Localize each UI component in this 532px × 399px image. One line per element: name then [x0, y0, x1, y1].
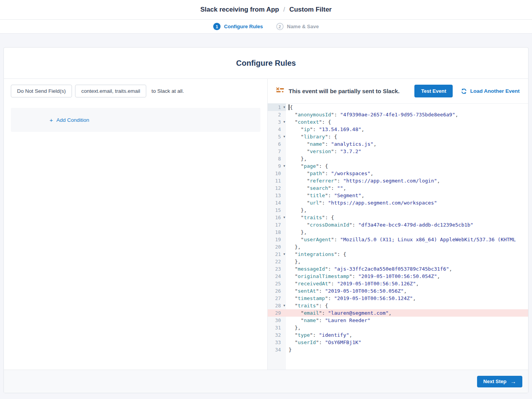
fold-arrow-icon[interactable]: ▾ — [283, 162, 285, 170]
code-text: "referrer": "https://app.segment.com/log… — [286, 177, 528, 184]
line-number[interactable]: 29 — [268, 309, 286, 317]
line-number[interactable]: 33 — [268, 339, 286, 346]
line-number[interactable]: 12 — [268, 184, 286, 192]
event-info-bar: This event will be partially sent to Sla… — [268, 79, 528, 104]
code-text: "ip": "13.54.169.48", — [286, 126, 528, 133]
rule-type-button[interactable]: Do Not Send Field(s) — [11, 85, 72, 97]
line-number[interactable]: 32 — [268, 331, 286, 339]
code-line: 10 "path": "/workspaces", — [268, 170, 528, 177]
plus-icon: + — [50, 117, 53, 123]
code-text: }, — [286, 258, 528, 265]
code-text: "traits": { — [286, 214, 528, 221]
code-text: "receivedAt": "2019-05-10T00:56:50.126Z"… — [286, 280, 528, 287]
code-text: }, — [286, 243, 528, 251]
line-number[interactable]: 4 — [268, 126, 286, 133]
code-line: 33 "userId": "OsY6MFBj1K" — [268, 339, 528, 346]
step-name-save[interactable]: 2 Name & Save — [276, 23, 319, 30]
code-line: 2 "anonymousId": "4f9390ae-2657-4fe1-9d9… — [268, 111, 528, 118]
line-number[interactable]: 23 — [268, 265, 286, 273]
line-number[interactable]: 8 — [268, 155, 286, 162]
add-condition-button[interactable]: + Add Condition — [50, 117, 89, 123]
fold-arrow-icon[interactable]: ▾ — [283, 302, 285, 309]
fold-arrow-icon[interactable]: ▾ — [283, 251, 285, 258]
partial-send-icon — [276, 87, 284, 95]
event-status-message: This event will be partially sent to Sla… — [289, 88, 400, 94]
line-number[interactable]: 19 — [268, 236, 286, 243]
rule-suffix-text: to Slack at all. — [151, 88, 184, 94]
code-text: "page": { — [286, 162, 528, 170]
code-line: 24 "originalTimestamp": "2019-05-10T00:5… — [268, 273, 528, 280]
rule-fields-button[interactable]: context.email, traits.email — [75, 85, 146, 97]
load-another-event-label: Load Another Event — [470, 88, 520, 94]
code-line: 32 "type": "identify", — [268, 331, 528, 339]
breadcrumb-current: Custom Filter — [289, 6, 332, 14]
code-text: "sentAt": "2019-05-10T00:56:50.056Z", — [286, 287, 528, 295]
breadcrumb-bar: Slack receiving from App / Custom Filter — [0, 0, 532, 20]
code-line: 28▾ "traits": { — [268, 302, 528, 309]
event-pane: This event will be partially sent to Sla… — [267, 79, 528, 370]
breadcrumb-parent[interactable]: Slack receiving from App — [200, 6, 279, 14]
line-number[interactable]: 28▾ — [268, 302, 286, 309]
code-line: 22 }, — [268, 258, 528, 265]
code-line: 30 "name": "Lauren Reeder" — [268, 317, 528, 324]
code-line: 19 "userAgent": "Mozilla/5.0 (X11; Linux… — [268, 236, 528, 243]
step-2-circle: 2 — [276, 23, 284, 30]
line-number[interactable]: 2 — [268, 111, 286, 118]
next-step-button[interactable]: Next Step → — [477, 376, 522, 387]
code-text: "version": "3.7.2" — [286, 148, 528, 155]
line-number[interactable]: 17 — [268, 221, 286, 228]
line-number[interactable]: 25 — [268, 280, 286, 287]
line-number[interactable]: 5▾ — [268, 133, 286, 140]
line-number[interactable]: 34 — [268, 346, 286, 353]
line-number[interactable]: 13 — [268, 192, 286, 199]
code-text: }, — [286, 155, 528, 162]
configure-rules-card: Configure Rules Do Not Send Field(s) con… — [3, 47, 529, 393]
card-footer: Next Step → — [4, 370, 528, 393]
fold-arrow-icon[interactable]: ▾ — [283, 214, 285, 221]
line-number[interactable]: 22 — [268, 258, 286, 265]
code-text: }, — [286, 206, 528, 214]
line-number[interactable]: 10 — [268, 170, 286, 177]
line-number[interactable]: 15 — [268, 206, 286, 214]
code-text: "timestamp": "2019-05-10T00:56:50.124Z", — [286, 295, 528, 302]
add-condition-box: + Add Condition — [11, 108, 260, 132]
code-text: "url": "https://app.segment.com/workspac… — [286, 199, 528, 206]
line-number[interactable]: 18 — [268, 228, 286, 236]
line-number[interactable]: 31 — [268, 324, 286, 331]
code-line: 14 "url": "https://app.segment.com/works… — [268, 199, 528, 206]
line-number[interactable]: 16▾ — [268, 214, 286, 221]
code-line: 11 "referrer": "https://app.segment.com/… — [268, 177, 528, 184]
line-number[interactable]: 3▾ — [268, 118, 286, 126]
json-editor[interactable]: 1▾{2 "anonymousId": "4f9390ae-2657-4fe1-… — [268, 104, 528, 370]
step-1-label: Configure Rules — [224, 24, 263, 29]
line-number[interactable]: 11 — [268, 177, 286, 184]
code-line: 17 "crossDomainId": "df3a47ee-bcc9-479d-… — [268, 221, 528, 228]
code-line: 18 }, — [268, 228, 528, 236]
line-number[interactable]: 27 — [268, 295, 286, 302]
arrow-right-icon: → — [510, 378, 516, 385]
line-number[interactable]: 21▾ — [268, 251, 286, 258]
breadcrumb-separator: / — [283, 6, 285, 13]
line-number[interactable]: 24 — [268, 273, 286, 280]
line-number[interactable]: 14 — [268, 199, 286, 206]
line-number[interactable]: 20 — [268, 243, 286, 251]
text-cursor — [289, 104, 289, 110]
line-number[interactable]: 26 — [268, 287, 286, 295]
card-header: Configure Rules — [4, 48, 528, 79]
line-number[interactable]: 6 — [268, 140, 286, 148]
code-text: "userId": "OsY6MFBj1K" — [286, 339, 528, 346]
step-configure-rules[interactable]: 1 Configure Rules — [213, 23, 263, 30]
test-event-button[interactable]: Test Event — [414, 85, 453, 97]
line-number[interactable]: 9▾ — [268, 162, 286, 170]
code-line: 1▾{ — [268, 104, 528, 111]
rule-row: Do Not Send Field(s) context.email, trai… — [11, 85, 260, 97]
fold-arrow-icon[interactable]: ▾ — [283, 118, 285, 126]
line-number[interactable]: 1▾ — [268, 104, 286, 111]
fold-arrow-icon[interactable]: ▾ — [283, 104, 285, 111]
code-line: 26 "sentAt": "2019-05-10T00:56:50.056Z", — [268, 287, 528, 295]
line-number[interactable]: 7 — [268, 148, 286, 155]
fold-arrow-icon[interactable]: ▾ — [283, 133, 285, 140]
load-another-event-link[interactable]: Load Another Event — [461, 88, 520, 94]
code-text: "title": "Segment", — [286, 192, 528, 199]
line-number[interactable]: 30 — [268, 317, 286, 324]
